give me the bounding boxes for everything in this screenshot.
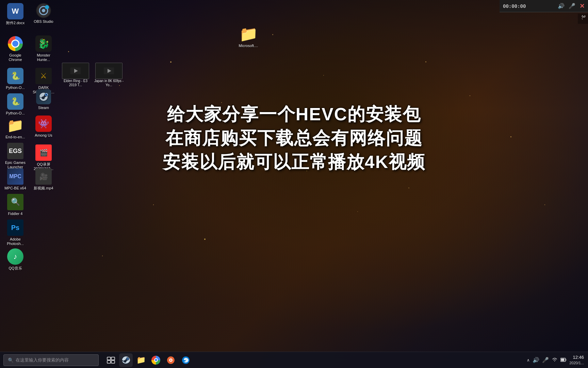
taskbar-steam[interactable] bbox=[119, 353, 133, 367]
taskbar-task-view[interactable] bbox=[104, 353, 118, 367]
clock-time: 12:46 bbox=[569, 354, 584, 361]
svg-point-20 bbox=[170, 359, 172, 361]
icon-label: 新视频.mp4 bbox=[34, 186, 53, 190]
right-indicator: 3、 bbox=[578, 14, 588, 24]
taskbar: 🔍 📁 bbox=[0, 352, 588, 368]
icon-label: QQ音乐 bbox=[9, 266, 22, 271]
icon-label: Among Us bbox=[35, 133, 52, 138]
icon-mpc-be[interactable]: MPC MPC-BE x64 bbox=[2, 167, 29, 192]
taskbar-chrome[interactable] bbox=[149, 353, 163, 367]
player-controls: 🔊 🎤 ✕ bbox=[558, 2, 585, 10]
icon-label: Python-O... bbox=[6, 111, 25, 116]
icon-qq-music[interactable]: ♪ QQ音乐 bbox=[2, 247, 29, 272]
photoshop-icon: Ps bbox=[7, 219, 23, 236]
tray-mic[interactable]: 🎤 bbox=[542, 357, 549, 363]
python-icon: 🐍 bbox=[7, 68, 23, 84]
search-icon: 🔍 bbox=[8, 357, 14, 363]
icon-obs-studio[interactable]: OBS Studio bbox=[30, 2, 57, 25]
icon-label: Adobe Photosh... bbox=[3, 237, 28, 246]
desktop: W 附件2.docx OBS Studio Google Chrome 🐉 Mo… bbox=[0, 0, 588, 368]
svg-point-17 bbox=[127, 358, 128, 359]
svg-rect-12 bbox=[111, 357, 115, 360]
system-tray: ∧ 🔊 🎤 12:46 2020/1... bbox=[523, 352, 588, 368]
folder-icon: 📁 bbox=[240, 26, 257, 42]
system-clock[interactable]: 12:46 2020/1... bbox=[569, 354, 584, 366]
qq-music-icon: ♪ bbox=[7, 248, 23, 265]
japan-thumbnail bbox=[95, 63, 122, 79]
icon-epic-games[interactable]: EGS Epic Games Launcher bbox=[2, 141, 29, 171]
python-icon-2: 🐍 bbox=[7, 93, 23, 110]
qq-recorder-icon: 🎬 bbox=[35, 144, 52, 161]
icon-new-video[interactable]: 🎥 新视频.mp4 bbox=[30, 167, 57, 192]
icon-python-0[interactable]: 🐍 Python-O... bbox=[2, 66, 29, 91]
icon-among-us[interactable]: 👾 Among Us bbox=[30, 114, 57, 139]
icon-label: Microsoft.... bbox=[239, 44, 258, 48]
icon-label: Japan in 8K 60fps - Yo... bbox=[93, 79, 125, 87]
icon-label: End-to-en... bbox=[5, 135, 25, 139]
svg-rect-14 bbox=[111, 361, 115, 363]
icon-label: Monster Hunte... bbox=[31, 53, 56, 62]
video-player-bar: 00:00:00 🔊 🎤 ✕ bbox=[500, 0, 588, 12]
video-file-icon: 🎥 bbox=[35, 168, 52, 185]
icon-label: OBS Studio bbox=[34, 19, 53, 24]
icon-label: MPC-BE x64 bbox=[4, 186, 26, 190]
icon-google-chrome[interactable]: Google Chrome bbox=[2, 34, 29, 63]
icon-label: Python-O... bbox=[6, 86, 25, 90]
icon-elden-ring-video[interactable]: Elden Ring - E3 2019 T... bbox=[59, 61, 93, 89]
taskbar-edge[interactable] bbox=[179, 353, 193, 367]
taskbar-explorer[interactable]: 📁 bbox=[134, 353, 148, 367]
icon-microsoft-folder[interactable]: 📁 Microsoft.... bbox=[235, 25, 262, 49]
icon-monster-hunter[interactable]: 🐉 Monster Hunte... bbox=[30, 34, 57, 63]
epic-games-icon: EGS bbox=[7, 143, 23, 159]
icon-label: 附件2.docx bbox=[6, 21, 24, 25]
microphone-icon[interactable]: 🎤 bbox=[569, 3, 575, 9]
mpc-icon: MPC bbox=[7, 168, 23, 185]
svg-point-3 bbox=[45, 5, 49, 9]
tray-volume[interactable]: 🔊 bbox=[533, 357, 539, 363]
search-input[interactable] bbox=[16, 357, 94, 363]
among-us-icon: 👾 bbox=[35, 116, 52, 132]
icon-label: Google Chrome bbox=[3, 53, 28, 62]
tray-battery[interactable] bbox=[560, 357, 567, 363]
clock-date: 2020/1... bbox=[569, 361, 584, 366]
steam-icon bbox=[36, 89, 51, 104]
svg-rect-24 bbox=[561, 358, 565, 361]
player-time: 00:00:00 bbox=[503, 3, 526, 9]
fiddler-icon: 🔍 bbox=[7, 194, 23, 210]
icon-steam[interactable]: Steam bbox=[30, 88, 57, 111]
svg-rect-11 bbox=[107, 357, 111, 360]
chrome-icon bbox=[7, 35, 23, 52]
icon-label: Elden Ring - E3 2019 T... bbox=[60, 79, 91, 87]
taskbar-icons: 📁 bbox=[104, 353, 193, 367]
icon-japan-video[interactable]: Japan in 8K 60fps - Yo... bbox=[92, 61, 126, 89]
tray-network[interactable] bbox=[552, 356, 558, 364]
icon-python-1[interactable]: 🐍 Python-O... bbox=[2, 92, 29, 117]
svg-rect-13 bbox=[107, 361, 111, 363]
word-icon: W bbox=[7, 3, 23, 19]
svg-point-2 bbox=[42, 9, 45, 12]
icon-word-doc[interactable]: W 附件2.docx bbox=[2, 2, 29, 27]
taskbar-search[interactable]: 🔍 bbox=[3, 354, 99, 366]
monster-hunter-icon: 🐉 bbox=[35, 35, 52, 52]
tray-chevron[interactable]: ∧ bbox=[527, 358, 530, 363]
icon-label: Steam bbox=[38, 106, 49, 110]
icon-label: Fiddler 4 bbox=[8, 212, 23, 216]
dark-souls-icon: ⚔ bbox=[35, 68, 52, 84]
elden-ring-thumbnail bbox=[62, 63, 89, 79]
taskbar-app-1[interactable] bbox=[164, 353, 178, 367]
icon-fiddler4[interactable]: 🔍 Fiddler 4 bbox=[2, 193, 29, 217]
folder-end-icon: 📁 bbox=[7, 117, 23, 134]
icon-end-to-end[interactable]: 📁 End-to-en... bbox=[2, 116, 29, 141]
volume-icon[interactable]: 🔊 bbox=[558, 3, 565, 9]
obs-icon bbox=[36, 3, 51, 18]
close-icon[interactable]: ✕ bbox=[579, 2, 585, 10]
svg-rect-23 bbox=[566, 359, 566, 361]
icon-photoshop[interactable]: Ps Adobe Photosh... bbox=[2, 218, 29, 247]
svg-point-10 bbox=[46, 94, 47, 95]
